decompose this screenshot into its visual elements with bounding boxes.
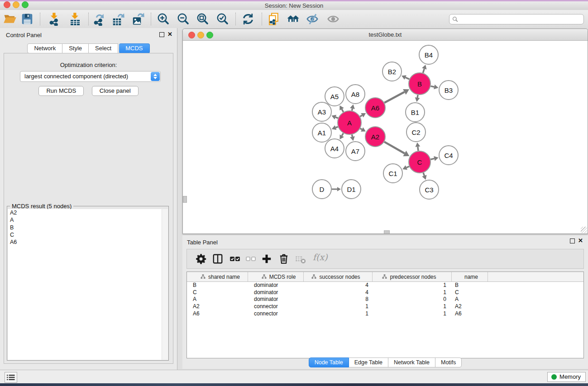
delete-table-icon[interactable] [295,253,306,265]
column-header-predecessor-nodes[interactable]: predecessor nodes [373,272,452,281]
network-edge-B-B1[interactable] [415,95,420,102]
network-edge-C-C1[interactable] [402,165,409,170]
network-node-B3[interactable]: B3 [439,81,458,100]
network-edge-A-A3[interactable] [331,115,338,119]
network-edge-A-A5[interactable] [339,105,344,112]
network-node-B[interactable]: B [409,73,430,95]
network-node-A5[interactable]: A5 [325,87,344,106]
open-folder-icon[interactable] [3,12,17,26]
first-neighbors-icon[interactable] [286,12,300,26]
new-network-from-selection-icon[interactable] [267,12,281,26]
delete-column-icon[interactable] [278,253,290,265]
network-edge-B-B4[interactable] [422,65,426,73]
zoom-fit-icon[interactable] [196,12,210,26]
table-row[interactable]: A2connector11A2 [187,303,583,310]
column-header-mcds-role[interactable]: MCDS role [248,272,304,281]
tab-style[interactable]: Style [62,43,89,53]
network-node-C[interactable]: C [409,151,430,173]
export-table-icon[interactable] [111,12,125,26]
network-edge-B-B2[interactable] [402,75,409,80]
network-canvas[interactable]: AA1A3A4A5A7A8A6A2BB1B2B3B4CC1C2C3C4DD1 [183,41,588,234]
column-header-shared-name[interactable]: shared name [187,272,248,281]
select-all-check-icon[interactable] [229,253,241,265]
refresh-layout-icon[interactable] [241,12,255,26]
network-edge-A2-C[interactable] [384,142,409,156]
table-float-panel-icon[interactable] [570,238,575,243]
network-edge-A-A7[interactable] [350,134,355,141]
table-close-panel-icon[interactable]: ✕ [578,237,583,244]
result-item[interactable]: A6 [8,238,168,246]
network-edge-A-A8[interactable] [350,105,355,111]
criterion-dropdown[interactable]: largest connected component (directed) [20,71,161,82]
network-edge-A-A4[interactable] [340,133,344,139]
show-column-icon[interactable] [212,253,224,265]
network-edge-A-A2[interactable] [360,127,366,132]
network-edge-A-A6[interactable] [360,113,366,117]
result-item[interactable]: B [8,224,168,231]
search-input[interactable] [460,15,580,24]
add-column-icon[interactable] [261,253,272,265]
network-window-titlebar[interactable]: testGlobe.txt [183,29,588,41]
memory-button[interactable]: Memory [547,372,586,382]
network-node-A2[interactable]: A2 [365,127,385,147]
tab-select[interactable]: Select [89,43,118,53]
result-scrollbar[interactable] [162,209,168,360]
result-item[interactable]: A [8,216,168,224]
export-image-icon[interactable] [131,12,145,26]
network-node-B2[interactable]: B2 [382,62,402,81]
table-row[interactable]: Adominator80A [187,296,583,303]
horizontal-scroll-thumb[interactable] [384,230,390,234]
network-edge-D-D1[interactable] [332,187,341,191]
network-node-C1[interactable]: C1 [383,164,402,183]
network-node-B1[interactable]: B1 [406,103,425,122]
network-node-D[interactable]: D [312,180,331,199]
network-node-A3[interactable]: A3 [312,102,331,121]
function-builder-icon[interactable]: f(x) [313,252,328,262]
network-node-D1[interactable]: D1 [342,180,361,199]
vertical-scroll-thumb[interactable] [183,196,187,203]
network-node-B4[interactable]: B4 [419,45,438,64]
hide-details-icon[interactable] [306,12,319,26]
tab-edge-table[interactable]: Edge Table [349,357,388,367]
network-edge-C-C3[interactable] [422,173,426,180]
result-item[interactable]: C [8,231,168,238]
network-node-A8[interactable]: A8 [346,85,365,104]
network-node-A4[interactable]: A4 [325,139,344,158]
close-panel-icon[interactable]: ✕ [167,31,172,38]
result-item[interactable]: A2 [8,209,168,216]
network-node-A[interactable]: A [338,111,361,134]
tab-network[interactable]: Network [27,43,62,53]
zoom-out-icon[interactable] [177,12,190,26]
column-header-successor-nodes[interactable]: successor nodes [304,272,373,281]
save-session-icon[interactable] [20,12,34,26]
network-node-C2[interactable]: C2 [406,123,425,142]
network-node-C3[interactable]: C3 [420,180,439,199]
window-resize-grip[interactable] [581,227,587,233]
table-settings-icon[interactable] [195,253,207,265]
network-edge-A6-B[interactable] [384,89,409,103]
export-network-icon[interactable] [92,12,105,26]
network-node-C4[interactable]: C4 [439,146,458,165]
column-header-name[interactable]: name [452,272,488,281]
network-edge-A-A1[interactable] [332,125,338,130]
zoom-selected-icon[interactable] [216,12,229,26]
show-details-icon[interactable] [326,12,340,26]
table-row[interactable]: Bdominator41B [187,282,583,289]
tab-network-table[interactable]: Network Table [388,357,435,367]
network-node-A7[interactable]: A7 [346,142,365,161]
table-row[interactable]: Cdominator41C [187,289,583,296]
float-panel-icon[interactable] [159,32,164,37]
tab-mcds[interactable]: MCDS [119,43,149,53]
deselect-all-icon[interactable] [245,253,257,265]
close-panel-button[interactable]: Close panel [92,86,139,96]
import-table-icon[interactable] [68,12,82,26]
import-network-icon[interactable] [48,12,61,26]
network-edge-C-C2[interactable] [416,143,421,151]
table-row[interactable]: A6connector11A6 [187,310,583,318]
network-edge-B-B3[interactable] [430,85,438,90]
tab-motifs[interactable]: Motifs [435,357,462,367]
task-history-button[interactable] [5,372,17,383]
network-edge-C-C4[interactable] [430,156,438,161]
zoom-in-icon[interactable] [157,12,170,26]
network-node-A6[interactable]: A6 [365,98,385,118]
